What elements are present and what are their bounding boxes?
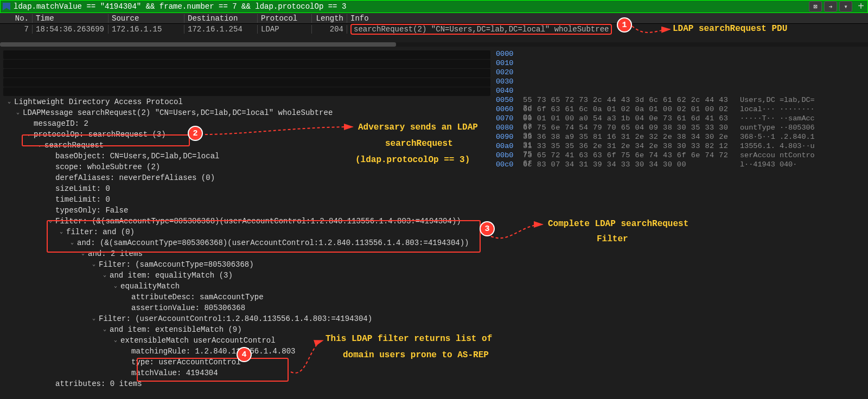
chevron-down-icon[interactable]: ⌄ [90,315,98,323]
scrollbar-thumb[interactable] [0,42,396,47]
add-filter-button[interactable]: + [854,1,867,12]
tree-row-eqmatch[interactable]: ⌄equalityMatch [0,281,494,292]
tree-row-timelimit[interactable]: timeLimit: 0 [0,194,494,205]
chevron-down-icon[interactable]: ⌄ [58,228,65,236]
hex-ascii [740,78,866,87]
tree-label: Filter: (&(samAccountType=805306368)(use… [54,217,461,226]
hex-row[interactable]: 0020 [496,68,866,78]
collapsed-protocol-row[interactable] [3,50,490,59]
packet-list-header: No. Time Source Destination Protocol Len… [0,13,868,24]
collapsed-protocol-row[interactable] [3,87,490,96]
annotation-2c: (ldap.protocolOp == 3) [355,155,470,165]
apply-filter-button[interactable]: ➔ [824,1,837,12]
tree-row-filter-uac[interactable]: ⌄Filter: (userAccountControl:1.2.840.113… [0,313,494,324]
tree-row-deref[interactable]: derefAliases: neverDerefAliases (0) [0,172,494,183]
tree-label: equalityMatch [119,282,180,291]
hex-ascii: serAccou ntContro [740,151,866,160]
hex-row[interactable]: 00806f 75 6e 74 54 79 70 65 04 09 38 30 … [496,124,866,133]
tree-label: attributeDesc: samAccountType [130,293,264,301]
chevron-down-icon[interactable]: ⌄ [5,98,13,106]
tree-row-typesonly[interactable]: typesOnly: False [0,205,494,216]
tree-row-and-items[interactable]: ⌄and: 2 items [0,248,494,259]
chevron-down-icon[interactable]: ⌄ [25,131,33,138]
collapsed-protocol-row[interactable] [3,60,490,68]
chevron-down-icon[interactable]: ⌄ [90,261,98,268]
tree-row-attrs[interactable]: attributes: 0 items [0,378,494,389]
tree-label: messageID: 2 [33,119,88,128]
tree-row-filter-and[interactable]: ⌄filter: and (0) [0,227,494,237]
hex-bytes: 55 73 65 72 73 2c 44 43 3d 6c 61 62 2c 4… [523,96,740,105]
display-filter-input[interactable]: ldap.matchValue == "4194304" && frame.nu… [14,2,807,11]
header-length[interactable]: Length [312,14,347,23]
collapsed-protocol-row[interactable] [3,78,490,87]
tree-label: scope: wholeSubtree (2) [54,163,160,171]
hex-row[interactable]: 0000 [496,50,866,59]
tree-row-ldapmsg[interactable]: ⌄LDAPMessage searchRequest(2) "CN=Users,… [0,107,494,118]
tree-row-matchval[interactable]: matchValue: 4194304 [0,368,494,378]
tree-row-and[interactable]: ⌄and: (&(samAccountType=805306368)(userA… [0,237,494,248]
hex-row[interactable]: 00a031 33 35 35 36 2e 31 2e 34 2e 38 30 … [496,142,866,151]
header-protocol[interactable]: Protocol [258,14,312,23]
hex-row[interactable]: 00606c 6f 63 61 6c 0a 01 02 0a 01 00 02 … [496,105,866,114]
header-no[interactable]: No. [0,14,33,23]
tree-row-filter-sam[interactable]: ⌄Filter: (samAccountType=805306368) [0,259,494,270]
tree-label: and item: equalityMatch (3) [108,271,233,280]
tree-row-ldap[interactable]: ⌄Lightweight Directory Access Protocol [0,96,494,107]
chevron-down-icon[interactable]: ⌄ [79,250,87,258]
display-filter-bar[interactable]: ldap.matchValue == "4194304" && frame.nu… [0,0,868,13]
hex-ascii: 368·5··1 .2.840.1 [740,133,866,142]
badge-1: 1 [617,17,632,33]
hex-row[interactable]: 0040 [496,87,866,96]
hex-bytes: 33 36 38 a9 35 81 16 31 2e 32 2e 38 34 3… [523,133,740,142]
chevron-down-icon[interactable]: ⌄ [14,109,22,117]
chevron-down-icon[interactable]: ⌄ [101,326,108,333]
hex-offset: 00c0 [496,160,523,170]
tree-label: filter: and (0) [65,228,135,236]
chevron-down-icon[interactable]: ⌄ [112,282,119,290]
hex-bytes: 6c 83 07 34 31 39 34 33 30 34 30 00 [523,160,740,170]
chevron-down-icon[interactable]: ⌄ [101,272,108,279]
hex-offset: 0040 [496,87,523,96]
tree-label: baseObject: CN=Users,DC=lab,DC=local [54,152,219,160]
hex-ascii: ·····T·· ··samAcc [740,114,866,124]
filter-history-button[interactable]: ▾ [839,1,852,12]
hex-row[interactable]: 0030 [496,78,866,87]
hex-ascii: local··· ········ [740,105,866,114]
tree-row-anditem-ext[interactable]: ⌄and item: extensibleMatch (9) [0,324,494,335]
hex-row[interactable]: 005055 73 65 72 73 2c 44 43 3d 6c 61 62 … [496,96,866,105]
hex-bytes [523,59,740,68]
tree-row-sizelimit[interactable]: sizeLimit: 0 [0,183,494,194]
annotation-4b: domain users prone to AS-REP [343,350,489,360]
tree-row-filter[interactable]: ⌄Filter: (&(samAccountType=805306368)(us… [0,216,494,227]
collapsed-protocol-row[interactable] [3,69,490,78]
tree-row-anditem-eq[interactable]: ⌄and item: equalityMatch (3) [0,270,494,281]
cell-info: searchRequest(2) "CN=Users,DC=lab,DC=loc… [347,24,868,35]
tree-row-assertval[interactable]: assertionValue: 805306368 [0,303,494,313]
tree-label: derefAliases: neverDerefAliases (0) [54,173,215,182]
hex-offset: 0060 [496,105,523,114]
annotation-1: LDAP searchRequest PDU [673,24,787,34]
packet-details-pane[interactable]: ⌄Lightweight Directory Access Protocol ⌄… [0,47,494,399]
header-info[interactable]: Info [347,14,868,23]
chevron-down-icon[interactable]: ⌄ [36,141,43,149]
tree-row-attrdesc[interactable]: attributeDesc: samAccountType [0,292,494,303]
header-source[interactable]: Source [108,14,184,23]
clear-filter-button[interactable]: ⊠ [809,1,822,12]
chevron-down-icon[interactable]: ⌄ [68,239,76,247]
badge-3: 3 [480,221,495,236]
badge-4: 4 [237,347,252,362]
header-destination[interactable]: Destination [184,14,258,23]
hex-offset: 00b0 [496,151,523,160]
chevron-down-icon[interactable]: ⌄ [47,217,54,225]
tree-label: Filter: (userAccountControl:1.2.840.1135… [98,314,372,323]
hex-row[interactable]: 0010 [496,59,866,68]
chevron-down-icon[interactable]: ⌄ [112,337,119,344]
header-time[interactable]: Time [33,14,108,23]
packet-list-scrollbar[interactable] [0,42,868,47]
cell-destination: 172.16.1.254 [184,25,258,34]
hex-row[interactable]: 007000 01 01 00 a0 54 a3 1b 04 0e 73 61 … [496,114,866,124]
hex-row[interactable]: 00b073 65 72 41 63 63 6f 75 6e 74 43 6f … [496,151,866,160]
hex-row[interactable]: 009033 36 38 a9 35 81 16 31 2e 32 2e 38 … [496,133,866,142]
hex-row[interactable]: 00c06c 83 07 34 31 39 34 33 30 34 30 00l… [496,160,866,170]
hex-bytes: 00 01 01 00 a0 54 a3 1b 04 0e 73 61 6d 4… [523,114,740,124]
